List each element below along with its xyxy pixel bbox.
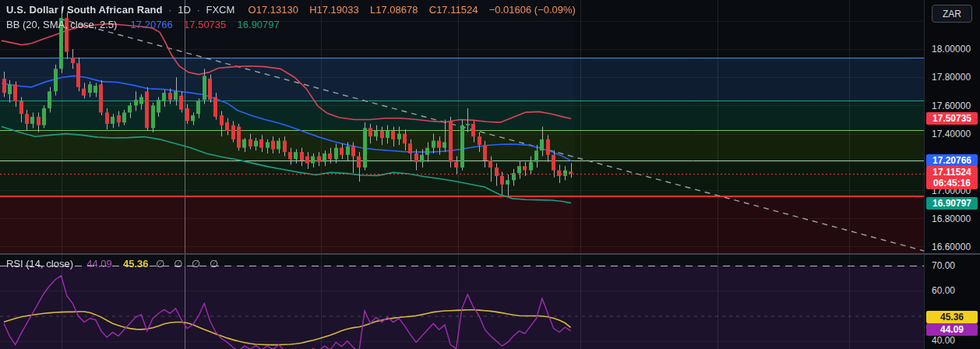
axis-label: 70.00 [932,260,955,271]
price-axis[interactable]: ZAR 18.0000017.8000017.6000017.4000017.2… [924,0,980,349]
axis-price-badge: 44.09 [926,323,978,336]
axis-price-badge: 45.36 [926,311,978,323]
axis-label: 16.80000 [932,213,971,224]
axis-label: 40.00 [932,335,955,346]
bb-basis-value: 17.20766 [131,19,173,30]
rsi-empty-values: ∅ ∅ ∅ ∅ [156,258,221,270]
exchange-label[interactable]: FXCM [206,4,234,16]
price-chart-canvas[interactable] [0,0,924,349]
legend-separator: · [193,4,203,16]
axis-price-badge: 16.90797 [926,197,978,210]
axis-label: 60.00 [932,285,955,296]
ohlc-high: H17.19033 [309,4,359,16]
bb-upper-value: 17.50735 [184,19,226,30]
rsi-indicator-title[interactable]: RSI (14, close) [6,258,73,270]
bb-legend: BB (20, SMA, close, 2.5) 17.20766 17.507… [6,19,280,30]
legend-separator: · [165,4,174,16]
ohlc-open: O17.13130 [249,4,298,16]
chart-root: U.S. Dollar / South African Rand · 1D · … [0,0,980,349]
ohlc-low: L17.08678 [370,4,418,16]
rsi-legend: RSI (14, close) 44.09 45.36 ∅ ∅ ∅ ∅ [6,258,221,270]
pane-divider[interactable] [0,253,980,255]
bb-indicator-title[interactable]: BB (20, SMA, close, 2.5) [6,19,117,30]
axis-price-badge: 17.50735 [926,112,978,125]
axis-label: 17.40000 [932,129,971,139]
rsi-ma-value: 45.36 [123,258,149,270]
bb-lower-value: 16.90797 [238,19,280,30]
timeframe-label[interactable]: 1D [178,4,191,16]
currency-toggle-button[interactable]: ZAR [932,5,972,23]
rsi-value: 44.09 [86,258,112,270]
symbol-title[interactable]: U.S. Dollar / South African Rand [6,4,163,16]
axis-label: 16.60000 [932,241,971,252]
axis-label: 17.60000 [932,100,971,111]
ohlc-close: C17.11524 [429,4,478,16]
axis-price-badge: 17.1152406:45:16 [926,166,978,189]
symbol-legend: U.S. Dollar / South African Rand · 1D · … [6,4,576,16]
change-value: −0.01606 (−0.09%) [489,4,576,16]
axis-price-badge: 17.20766 [926,154,978,167]
axis-label: 17.80000 [932,72,971,83]
axis-label: 18.00000 [932,44,971,55]
